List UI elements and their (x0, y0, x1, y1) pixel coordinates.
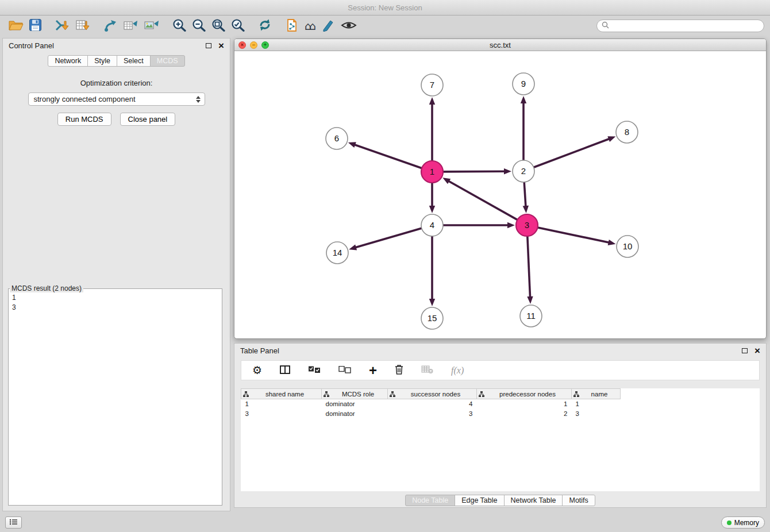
graph-arrowhead (507, 222, 515, 228)
graph-edge-2-8[interactable] (534, 138, 610, 167)
delete-table-button[interactable] (418, 364, 436, 377)
optimization-criterion-dropdown[interactable]: strongly connected component (28, 92, 205, 106)
apply-style-button[interactable] (319, 17, 338, 34)
memory-button[interactable]: Memory (721, 516, 765, 529)
tab-select[interactable]: Select (117, 55, 151, 67)
graph-arrowhead (504, 168, 511, 174)
zoom-out-button[interactable] (189, 17, 209, 34)
table-cell[interactable]: 1 (572, 399, 621, 409)
graph-edge-2-3[interactable] (524, 182, 526, 207)
tab-edge-table[interactable]: Edge Table (455, 495, 504, 506)
save-session-button[interactable] (26, 18, 44, 34)
close-panel-icon[interactable]: × (218, 41, 224, 51)
column-edit-icon (324, 391, 329, 398)
tab-network[interactable]: Network (48, 55, 88, 67)
table-cell[interactable]: 3 (572, 409, 621, 419)
zoom-fit-icon (211, 18, 225, 33)
table-panel: Table Panel × ⚙ + f(x) shared nameMCDS r… (234, 343, 767, 508)
dropdown-value: strongly connected component (34, 95, 136, 103)
control-panel-title: Control Panel (9, 41, 206, 50)
table-panel-title: Table Panel (240, 346, 742, 355)
export-table-button[interactable] (121, 18, 141, 34)
gear-icon: ⚙ (252, 365, 262, 376)
tab-node-table[interactable]: Node Table (405, 495, 455, 506)
zoom-in-button[interactable] (170, 17, 189, 34)
deselect-all-button[interactable] (336, 365, 354, 376)
column-header-mcds-role[interactable]: MCDS role (322, 389, 388, 399)
graph-edge-1-6[interactable] (353, 144, 422, 168)
minimize-window-icon[interactable]: − (250, 41, 257, 49)
network-window-titlebar[interactable]: × − + scc.txt (234, 39, 766, 51)
search-field[interactable] (596, 20, 764, 32)
search-input[interactable] (612, 22, 759, 30)
import-table-button[interactable] (73, 18, 94, 34)
panel-menu-button[interactable] (5, 516, 22, 529)
table-cell[interactable]: 1 (477, 399, 572, 409)
column-header-label: predecessor nodes (499, 391, 556, 398)
graph-node-label: 7 (430, 80, 434, 90)
graph-edge-3-10[interactable] (538, 228, 610, 243)
zoom-window-icon[interactable]: + (261, 41, 269, 49)
network-window-title: scc.txt (490, 41, 511, 49)
tab-motifs[interactable]: Motifs (562, 495, 595, 506)
table-row[interactable]: 1dominator411 (241, 399, 621, 409)
table-cell[interactable]: 2 (477, 409, 572, 419)
table-cell[interactable]: 1 (241, 399, 322, 409)
graph-arrowhead (429, 97, 435, 105)
run-mcds-button[interactable]: Run MCDS (57, 113, 111, 126)
optimization-label: Optimization criterion: (3, 79, 230, 87)
import-network-button[interactable] (52, 18, 73, 34)
mcds-result-list[interactable]: 1 3 (9, 292, 222, 313)
column-layout-button[interactable] (277, 364, 293, 377)
import-network-icon (55, 19, 70, 33)
table-toolbar: ⚙ + f(x) (241, 360, 760, 380)
clone-network-button[interactable] (282, 17, 302, 35)
close-panel-button[interactable]: Close panel (120, 113, 176, 126)
graph-edge-3-11[interactable] (528, 236, 530, 298)
tab-network-table[interactable]: Network Table (504, 495, 563, 506)
table-cell[interactable]: dominator (322, 399, 388, 409)
network-overview-button[interactable]: ⌂⌂ (302, 18, 319, 33)
column-edit-icon (573, 391, 579, 398)
network-tools-button[interactable] (101, 18, 121, 34)
function-builder-button[interactable]: f(x) (448, 364, 467, 377)
column-header-successor-nodes[interactable]: successor nodes (388, 389, 477, 399)
table-row[interactable]: 3dominator323 (241, 409, 621, 419)
export-image-button[interactable] (141, 18, 162, 34)
float-panel-icon[interactable] (206, 43, 211, 48)
zoom-fit-button[interactable] (209, 17, 228, 34)
search-icon (602, 21, 609, 31)
network-canvas[interactable]: 7968124314101511 (235, 52, 765, 338)
table-cell[interactable]: 3 (241, 409, 322, 419)
graph-edge-1-2[interactable] (443, 171, 506, 172)
close-table-panel-icon[interactable]: × (754, 346, 760, 356)
column-header-predecessor-nodes[interactable]: predecessor nodes (477, 389, 572, 399)
table-cell[interactable]: 4 (388, 399, 477, 409)
zoom-selected-icon (231, 18, 245, 33)
tab-style[interactable]: Style (87, 55, 117, 67)
show-hide-button[interactable] (338, 20, 360, 33)
graph-arrowhead (608, 240, 616, 245)
graph-node-label: 15 (428, 313, 437, 323)
fx-icon: f(x) (451, 365, 464, 376)
graph-edge-3-1[interactable] (448, 180, 517, 219)
apply-layout-button[interactable] (255, 17, 275, 34)
zoom-selected-button[interactable] (228, 17, 248, 34)
graph-arrowhead (349, 245, 357, 250)
select-all-button[interactable] (305, 365, 324, 376)
table-cell[interactable]: dominator (322, 409, 388, 419)
table-cell[interactable]: 3 (388, 409, 477, 419)
column-edit-icon (243, 391, 249, 398)
column-header-name[interactable]: name (572, 389, 621, 399)
add-column-button[interactable]: + (366, 364, 380, 377)
delete-column-button[interactable] (392, 363, 406, 377)
table-settings-button[interactable]: ⚙ (249, 364, 265, 377)
tab-mcds[interactable]: MCDS (150, 55, 185, 67)
float-table-panel-icon[interactable] (742, 348, 748, 353)
graph-edge-4-14[interactable] (355, 228, 422, 248)
open-session-button[interactable] (6, 18, 26, 34)
delete-table-icon (421, 365, 433, 376)
image-arrow-icon (144, 19, 159, 33)
column-header-shared-name[interactable]: shared name (241, 389, 322, 399)
close-window-icon[interactable]: × (238, 41, 246, 49)
